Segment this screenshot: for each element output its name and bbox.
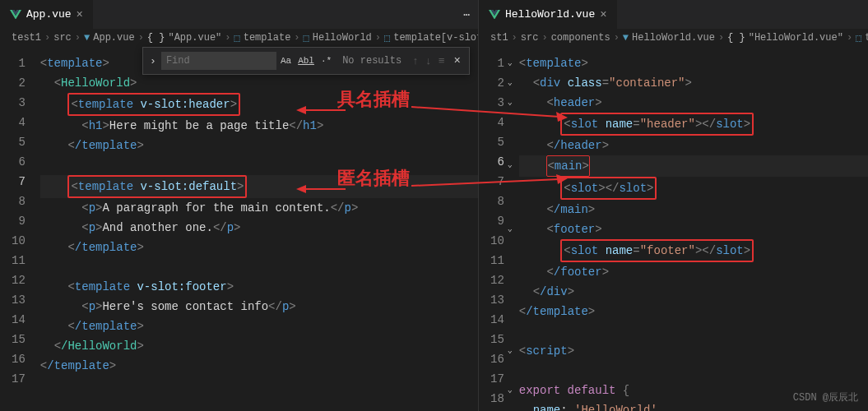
watermark: CSDN @辰辰北 (793, 390, 858, 404)
template-icon: ⬚ (856, 32, 861, 44)
fold-icon[interactable]: ⌄ (508, 219, 513, 239)
match-case-icon[interactable]: Aa (278, 54, 294, 67)
annotation-anon-slot: 匿名插槽 (337, 166, 410, 191)
template-icon: ⬚ (234, 32, 239, 44)
close-icon[interactable]: × (600, 8, 606, 21)
annotation-named-slot: 具名插槽 (337, 87, 410, 112)
vue-icon: ▼ (84, 32, 90, 44)
highlight-box: <template v-slot:header> (67, 93, 240, 116)
vue-icon (10, 10, 21, 20)
close-icon[interactable]: × (77, 8, 83, 21)
chevron-right-icon[interactable]: › (146, 55, 160, 67)
editor-right[interactable]: 12345678910111213141516171819 ⌄<template… (479, 47, 868, 411)
find-widget: › Aa Abl ·* No results ↑ ↓ ≡ × (142, 47, 470, 75)
highlight-box: <slot name="footer"></slot> (560, 239, 754, 262)
next-match-icon[interactable]: ↓ (423, 55, 434, 67)
close-icon[interactable]: × (449, 54, 466, 67)
fold-icon[interactable]: ⌄ (508, 73, 513, 93)
prev-match-icon[interactable]: ↑ (410, 55, 421, 67)
line-gutter: 1234567891011121314151617 (0, 47, 40, 411)
code-area[interactable]: ⌄<template> ⌄ <div class="container"> ⌄ … (519, 47, 868, 411)
find-selection-icon[interactable]: ≡ (436, 55, 448, 67)
tabs-bar: HelloWorld.vue × (479, 0, 868, 29)
fold-icon[interactable]: ⌄ (508, 53, 513, 73)
regex-icon[interactable]: ·* (318, 54, 334, 67)
breadcrumb[interactable]: test1› src› ▼App.vue› { } "App.vue"› ⬚te… (0, 29, 478, 47)
vue-icon (489, 10, 500, 20)
highlight-box: <slot name="header"></slot> (560, 113, 754, 136)
find-input[interactable] (161, 52, 276, 70)
component-icon: ⬚ (304, 32, 309, 44)
fold-icon[interactable]: ⌄ (508, 381, 513, 400)
tab-app-vue[interactable]: App.vue × (0, 0, 94, 29)
fold-icon[interactable]: ⌄ (508, 93, 513, 113)
highlight-box: <template v-slot:default> (67, 175, 247, 198)
vue-icon: ▼ (623, 32, 629, 44)
tab-label: App.vue (26, 8, 72, 21)
fold-icon[interactable]: ⌄ (508, 341, 513, 361)
fold-icon[interactable]: ⌄ (508, 155, 513, 175)
line-gutter: 12345678910111213141516171819 (479, 47, 519, 411)
tab-label: HelloWorld.vue (505, 8, 595, 21)
code-area[interactable]: <template> <HelloWorld> <template v-slot… (40, 47, 478, 411)
tab-overflow-icon[interactable]: ⋯ (455, 8, 478, 21)
highlight-box: <slot></slot> (560, 177, 657, 200)
find-status: No results (336, 55, 408, 67)
template-icon: ⬚ (384, 32, 390, 44)
whole-word-icon[interactable]: Abl (295, 54, 317, 67)
tabs-bar: App.vue × ⋯ (0, 0, 478, 29)
cursor-box: <main> (546, 155, 589, 177)
tab-helloworld-vue[interactable]: HelloWorld.vue × (479, 0, 618, 29)
breadcrumb[interactable]: st1› src› components› ▼HelloWorld.vue› {… (479, 29, 868, 47)
